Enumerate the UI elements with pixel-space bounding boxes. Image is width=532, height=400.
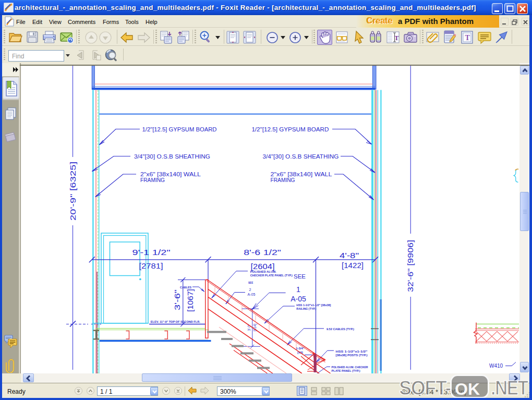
svg-text:POLISHED ALUM.: POLISHED ALUM. (250, 270, 277, 273)
svg-text:3/4"[30] O.S.B SHEATHING: 3/4"[30] O.S.B SHEATHING (134, 154, 210, 160)
svg-text:FRAMING: FRAMING (140, 177, 165, 183)
svg-text:[2604]: [2604] (251, 262, 275, 271)
svg-text:POLISHED ALUM. CHECKER: POLISHED ALUM. CHECKER (332, 366, 368, 369)
svg-text:9'-1 1/2": 9'-1 1/2" (132, 248, 171, 257)
svg-text:FRAMING: FRAMING (271, 177, 295, 183)
svg-text:1/2"[12.5] GYPSUM BOARD: 1/2"[12.5] GYPSUM BOARD (142, 127, 217, 132)
svg-text:20'-9" [6325]: 20'-9" [6325] (69, 162, 77, 221)
svg-text:ELEV. 11"-9" TOP OF SECOND FLR: ELEV. 11"-9" TOP OF SECOND FLR. (151, 320, 201, 323)
svg-text:T: T (394, 34, 399, 42)
svg-text:4'-8": 4'-8" (340, 251, 359, 260)
svg-text:RAILING (TYP.): RAILING (TYP.) (296, 307, 316, 310)
svg-text:2"x6" [38x140] WALL: 2"x6" [38x140] WALL (271, 172, 333, 177)
svg-text:2: 2 (249, 288, 251, 292)
svg-text:8'-6 1/2": 8'-6 1/2" (244, 248, 281, 257)
svg-text:2"x6" [38x140] WALL: 2"x6" [38x140] WALL (140, 172, 201, 177)
svg-text:HSS 1-1/2"x1-1/2" [38x38]: HSS 1-1/2"x1-1/2" [38x38] (296, 304, 331, 307)
svg-text:T: T (465, 34, 470, 42)
svg-text:[38x38] POSTS (TYP.): [38x38] POSTS (TYP.) (336, 354, 368, 357)
svg-text:PLATE PANEL (TYP.): PLATE PANEL (TYP.) (332, 369, 360, 372)
svg-text:32'-6" [9906]: 32'-6" [9906] (406, 240, 415, 292)
svg-text:CHECKER PLATE PANEL (TYP.): CHECKER PLATE PANEL (TYP.) (250, 274, 293, 277)
svg-text:SEE: SEE (248, 282, 253, 284)
svg-text:[1067]: [1067] (186, 289, 195, 312)
svg-text:HSS 1-1/2"x1-1/2": HSS 1-1/2"x1-1/2" (336, 350, 368, 353)
svg-text:9.52 CABLES (TYP.): 9.52 CABLES (TYP.) (327, 328, 354, 331)
svg-text:3'-6": 3'-6" (173, 289, 182, 310)
svg-text:CABLES: CABLES (180, 286, 192, 289)
svg-text:3/4"[30] O.S.B SHEATHING: 3/4"[30] O.S.B SHEATHING (263, 154, 339, 160)
svg-text:A-05: A-05 (248, 293, 256, 296)
svg-text:[1422]: [1422] (342, 261, 364, 270)
svg-text:A-05: A-05 (291, 295, 306, 303)
svg-text:1/2"[12.5] GYPSUM BOARD: 1/2"[12.5] GYPSUM BOARD (251, 127, 329, 132)
svg-text:SEE: SEE (294, 273, 306, 280)
svg-text:1: 1 (296, 285, 300, 294)
svg-text:W410: W410 (489, 363, 503, 369)
svg-text:[2781]: [2781] (139, 262, 163, 270)
